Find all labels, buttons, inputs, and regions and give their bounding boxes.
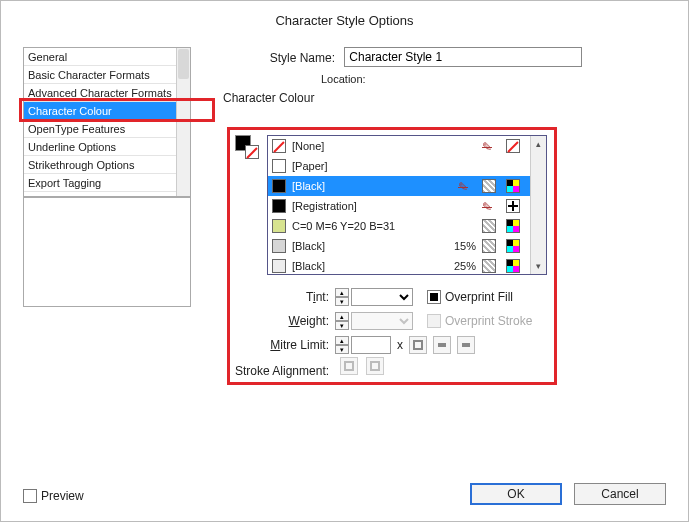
locked-icon: [482, 199, 496, 213]
mitre-suffix: x: [397, 338, 403, 352]
preview-checkbox[interactable]: [23, 489, 37, 503]
swatch-tint-value: 15%: [448, 236, 476, 256]
global-swatch-icon: [482, 239, 496, 253]
cmyk-icon: [506, 179, 520, 193]
tint-stepper[interactable]: ▴ ▾: [335, 288, 413, 306]
stroke-align-outside-icon[interactable]: [366, 357, 384, 375]
overprint-stroke-checkbox: [427, 314, 441, 328]
swatch-label: [Black]: [292, 176, 458, 196]
weight-step-down-icon[interactable]: ▾: [335, 321, 349, 330]
swatch-label: [Black]: [292, 236, 448, 256]
swatch-label: [Paper]: [292, 156, 526, 176]
sidebar-item-opentype[interactable]: OpenType Features: [24, 120, 190, 138]
mitre-step-down-icon[interactable]: ▾: [335, 345, 349, 354]
swatch-icon-grey: [272, 239, 286, 253]
swatch-item-paper[interactable]: [Paper]: [268, 156, 530, 176]
dialog-title: Character Style Options: [1, 1, 688, 34]
tint-step-up-icon[interactable]: ▴: [335, 288, 349, 297]
style-name-input[interactable]: [344, 47, 582, 67]
global-swatch-icon: [482, 179, 496, 193]
sidebar-item-general[interactable]: General: [24, 48, 190, 66]
category-list: General Basic Character Formats Advanced…: [23, 47, 191, 197]
section-title: Character Colour: [223, 91, 314, 105]
swatch-item-black-15[interactable]: [Black] 15%: [268, 236, 530, 256]
mitre-field[interactable]: [351, 336, 391, 354]
mitre-label: Mitre Limit:: [235, 338, 335, 352]
join-round-icon[interactable]: [433, 336, 451, 354]
sidebar-item-basic-formats[interactable]: Basic Character Formats: [24, 66, 190, 84]
style-name-row: Style Name:: [269, 47, 666, 67]
swatch-icon-registration: [272, 199, 286, 213]
overprint-stroke-label: Overprint Stroke: [445, 314, 532, 328]
cmyk-icon: [506, 219, 520, 233]
swatch-item-cmyk-custom[interactable]: C=0 M=6 Y=20 B=31: [268, 216, 530, 236]
mitre-stepper[interactable]: ▴ ▾: [335, 336, 391, 354]
swatch-label: [Registration]: [292, 196, 482, 216]
global-swatch-icon: [482, 259, 496, 273]
tint-field[interactable]: [351, 288, 413, 306]
stroke-alignment-row: Stroke Alignment:: [235, 357, 547, 378]
tint-step-down-icon[interactable]: ▾: [335, 297, 349, 306]
tint-label: Tint:: [235, 290, 335, 304]
weight-step-up-icon[interactable]: ▴: [335, 312, 349, 321]
swatch-label: [Black]: [292, 256, 448, 274]
swatch-list: [None] [Paper] [Black]: [267, 135, 547, 275]
stroke-align-center-icon[interactable]: [340, 357, 358, 375]
overprint-fill-label: Overprint Fill: [445, 290, 513, 304]
swatch-icon-none: [272, 139, 286, 153]
locked-icon: [458, 179, 472, 193]
scroll-up-icon[interactable]: ▴: [531, 136, 546, 152]
mitre-step-up-icon[interactable]: ▴: [335, 336, 349, 345]
weight-stepper[interactable]: ▴ ▾: [335, 312, 413, 330]
scroll-down-icon[interactable]: ▾: [531, 258, 546, 274]
registration-icon: [506, 199, 520, 213]
swatch-item-black-selected[interactable]: [Black]: [268, 176, 530, 196]
preview-toggle[interactable]: Preview: [23, 489, 84, 503]
stroke-alignment-label: Stroke Alignment:: [235, 364, 329, 378]
swatch-icon-paper: [272, 159, 286, 173]
none-indicator-icon: [506, 139, 520, 153]
sidebar-item-character-colour[interactable]: Character Colour: [24, 102, 190, 120]
cancel-button[interactable]: Cancel: [574, 483, 666, 505]
overprint-fill-checkbox[interactable]: [427, 290, 441, 304]
sidebar-item-export-tagging[interactable]: Export Tagging: [24, 174, 190, 192]
cmyk-icon: [506, 239, 520, 253]
weight-field: [351, 312, 413, 330]
location-label: Location:: [321, 73, 366, 85]
fill-stroke-proxy[interactable]: [235, 135, 259, 159]
colour-form: Tint: ▴ ▾ Overprint Fill Weight: ▴: [235, 285, 547, 357]
stroke-swatch-icon: [245, 145, 259, 159]
join-mitre-icon[interactable]: [409, 336, 427, 354]
swatch-icon-lime: [272, 219, 286, 233]
weight-label: Weight:: [235, 314, 335, 328]
swatch-label: [None]: [292, 136, 482, 156]
swatch-item-none[interactable]: [None]: [268, 136, 530, 156]
join-bevel-icon[interactable]: [457, 336, 475, 354]
global-swatch-icon: [482, 219, 496, 233]
sidebar-preview-box: [23, 197, 191, 307]
swatch-item-black-25[interactable]: [Black] 25%: [268, 256, 530, 274]
swatch-icon-black: [272, 179, 286, 193]
dialog-actions: OK Cancel: [470, 483, 666, 505]
swatch-icon-lightgrey: [272, 259, 286, 273]
swatch-scrollbar[interactable]: ▴ ▾: [530, 136, 546, 274]
sidebar-item-adv-formats[interactable]: Advanced Character Formats: [24, 84, 190, 102]
sidebar-item-underline[interactable]: Underline Options: [24, 138, 190, 156]
sidebar-item-strikethrough[interactable]: Strikethrough Options: [24, 156, 190, 174]
swatch-tint-value: 25%: [448, 256, 476, 274]
ok-button[interactable]: OK: [470, 483, 562, 505]
swatch-label: C=0 M=6 Y=20 B=31: [292, 216, 482, 236]
sidebar-scrollbar[interactable]: [176, 48, 190, 196]
preview-label: Preview: [41, 489, 84, 503]
style-name-label: Style Name:: [269, 51, 335, 65]
swatch-item-registration[interactable]: [Registration]: [268, 196, 530, 216]
locked-icon: [482, 139, 496, 153]
cmyk-icon: [506, 259, 520, 273]
